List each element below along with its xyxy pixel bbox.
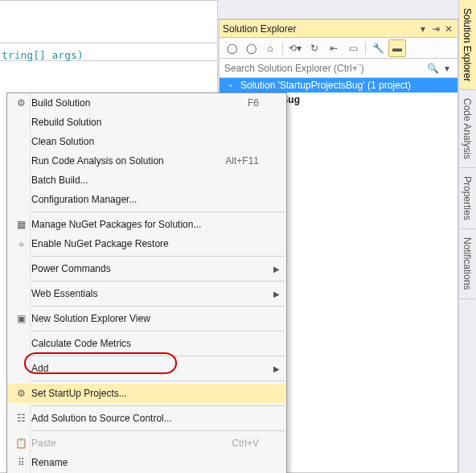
menu-item[interactable]: ⚙Build SolutionF6 <box>7 93 286 113</box>
menu-item[interactable]: ⠿Rename <box>7 453 286 472</box>
menu-item[interactable]: Power Commands▶ <box>7 259 286 278</box>
side-tab-strip: Solution Explorer Code Analysis Properti… <box>458 0 476 473</box>
solution-explorer-toolbar: ◯ ◯ ⌂ ⟲▾ ↻ ⇤ ▭ 🔧 ▬ <box>220 38 458 59</box>
menu-item[interactable]: Run Code Analysis on SolutionAlt+F11 <box>7 151 286 171</box>
menu-item-label: Rebuild Solution <box>31 117 264 128</box>
menu-item-label: Configuration Manager... <box>31 194 264 205</box>
pin-icon[interactable]: ⇥ <box>430 23 441 35</box>
solution-label: Solution 'StartupProjectsBug' (1 project… <box>240 80 411 91</box>
refresh-icon[interactable]: ↻ <box>306 39 323 57</box>
menu-item[interactable]: ⟐Enable NuGet Package Restore <box>7 234 286 253</box>
menu-item[interactable]: Rebuild Solution <box>7 113 286 132</box>
submenu-arrow-icon: ▶ <box>273 364 280 373</box>
scc-icon: ☷ <box>10 413 31 424</box>
solution-icon: ▫ <box>224 80 237 91</box>
tab-properties[interactable]: Properties <box>459 168 475 229</box>
menu-item[interactable]: ⚙Set StartUp Projects... <box>7 384 286 403</box>
show-all-icon[interactable]: ▭ <box>344 39 362 57</box>
menu-item-label: New Solution Explorer View <box>31 313 264 324</box>
collapse-icon[interactable]: ⇤ <box>325 39 343 57</box>
menu-item-label: Calculate Code Metrics <box>31 338 264 349</box>
menu-item-label: Power Commands <box>31 263 264 274</box>
solution-node[interactable]: ▫ Solution 'StartupProjectsBug' (1 proje… <box>220 78 458 93</box>
menu-item[interactable]: ▦Manage NuGet Packages for Solution... <box>7 215 286 234</box>
forward-icon[interactable]: ◯ <box>242 39 260 57</box>
newview-icon: ▣ <box>10 313 31 324</box>
menu-item-label: Batch Build... <box>31 175 264 186</box>
menu-item[interactable]: ☷Add Solution to Source Control... <box>7 409 286 428</box>
panel-title: Solution Explorer <box>223 23 416 35</box>
menu-item-label: Manage NuGet Packages for Solution... <box>31 219 264 230</box>
tab-notifications[interactable]: Notifications <box>459 229 475 298</box>
menu-item-label: Run Code Analysis on Solution <box>31 155 225 167</box>
home-icon[interactable]: ⌂ <box>261 39 279 57</box>
menu-item[interactable]: Web Essentials▶ <box>7 284 286 303</box>
menu-item-label: Add <box>31 363 264 374</box>
menu-item-label: Build Solution <box>31 97 248 109</box>
search-icon[interactable]: 🔍 <box>425 63 440 74</box>
code-line: tring[] args) <box>0 49 84 61</box>
build-icon: ⚙ <box>10 97 31 109</box>
submenu-arrow-icon: ▶ <box>273 265 280 274</box>
menu-item[interactable]: Clean Solution <box>7 132 286 151</box>
menu-item-label: Rename <box>31 457 264 468</box>
solution-context-menu: ⚙Build SolutionF6Rebuild SolutionClean S… <box>6 93 287 473</box>
menu-item-shortcut: Alt+F11 <box>225 155 264 167</box>
rename-icon: ⠿ <box>10 457 31 468</box>
menu-item[interactable]: Batch Build... <box>7 171 286 190</box>
tab-solution-explorer[interactable]: Solution Explorer <box>459 0 475 90</box>
menu-item-shortcut: Ctrl+V <box>232 438 264 449</box>
tab-code-analysis[interactable]: Code Analysis <box>459 90 475 168</box>
menu-item-label: Enable NuGet Package Restore <box>31 238 264 249</box>
close-icon[interactable]: ✕ <box>443 23 454 35</box>
solution-explorer-search[interactable]: 🔍 ▾ <box>220 59 458 78</box>
menu-item: 📋PasteCtrl+V <box>7 434 286 453</box>
gear-icon: ⚙ <box>10 388 31 399</box>
menu-item-label: Clean Solution <box>31 136 264 147</box>
menu-item-shortcut: F6 <box>248 97 264 109</box>
menu-item[interactable]: Add▶ <box>7 359 286 378</box>
sync-icon[interactable]: ⟲▾ <box>286 39 304 57</box>
properties-icon[interactable]: 🔧 <box>369 39 387 57</box>
menu-item-label: Set StartUp Projects... <box>31 388 264 399</box>
back-icon[interactable]: ◯ <box>223 39 240 57</box>
restore-icon: ⟐ <box>10 238 31 249</box>
submenu-arrow-icon: ▶ <box>273 290 280 298</box>
menu-item-label: Paste <box>31 438 232 449</box>
preview-icon[interactable]: ▬ <box>388 39 406 57</box>
window-position-icon[interactable]: ▾ <box>417 23 429 35</box>
menu-item-label: Web Essentials <box>31 288 264 299</box>
menu-item[interactable]: ▣New Solution Explorer View <box>7 309 286 328</box>
menu-item[interactable]: Calculate Code Metrics <box>7 334 286 353</box>
nuget-icon: ▦ <box>10 219 31 230</box>
search-options-icon[interactable]: ▾ <box>440 63 454 74</box>
solution-explorer-titlebar: Solution Explorer ▾ ⇥ ✕ <box>220 20 458 38</box>
menu-item-label: Add Solution to Source Control... <box>31 413 264 424</box>
search-input[interactable] <box>223 62 425 75</box>
menu-item[interactable]: Configuration Manager... <box>7 190 286 209</box>
paste-icon: 📋 <box>10 438 31 449</box>
